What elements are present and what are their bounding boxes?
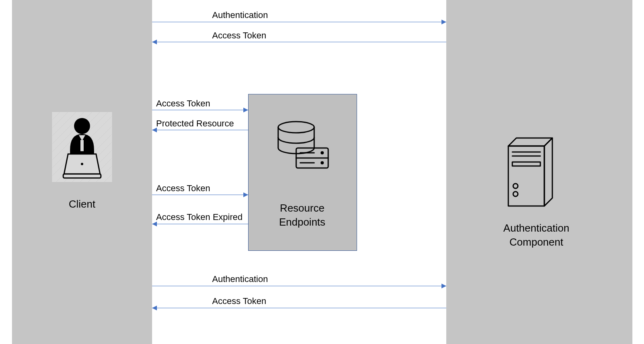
svg-point-19	[81, 163, 83, 165]
auth-title-line1: Authentication	[466, 222, 606, 234]
arrow-label-protected-resource: Protected Resource	[156, 118, 234, 129]
client-title: Client	[60, 198, 104, 210]
arrow-label-authentication-bottom: Authentication	[212, 274, 268, 284]
svg-point-16	[74, 118, 90, 134]
svg-point-26	[321, 161, 324, 164]
server-tower-icon	[500, 134, 560, 210]
arrow-label-access-token-top: Access Token	[212, 30, 266, 41]
arrow-label-access-token-1: Access Token	[156, 98, 210, 109]
arrow-label-access-token-bottom: Access Token	[212, 296, 266, 306]
svg-rect-17	[80, 140, 84, 151]
resource-title-line1: Resource	[248, 202, 356, 214]
auth-title-line2: Component	[466, 236, 606, 248]
arrow-label-authentication-top: Authentication	[212, 10, 268, 20]
arrow-label-access-token-expired: Access Token Expired	[156, 212, 243, 222]
database-server-icon	[272, 120, 332, 172]
svg-rect-30	[512, 162, 540, 166]
svg-point-31	[513, 184, 518, 188]
resource-title-line2: Endpoints	[248, 216, 356, 228]
svg-rect-27	[508, 146, 544, 206]
svg-point-25	[321, 151, 324, 154]
user-laptop-icon	[52, 112, 112, 182]
svg-point-20	[278, 122, 314, 133]
svg-rect-18	[63, 174, 101, 178]
svg-point-32	[513, 192, 518, 196]
arrow-label-access-token-2: Access Token	[156, 183, 210, 194]
